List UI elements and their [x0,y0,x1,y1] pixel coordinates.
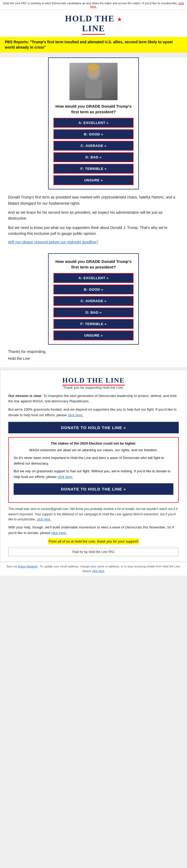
footer-tagline: Thank you for supporting Hold the Line. [8,385,179,390]
footer-grassroots: But we're 100% grassroots-funded, and we… [8,407,179,418]
stakes-title: The stakes of the 2024 Election could no… [13,441,174,445]
pbs-banner: PBS Reports: "Trump's first term insulte… [0,37,187,53]
stakes-body-2-text: But we rely on grassroots support to fue… [13,469,170,479]
highlight-text: From all of us at Hold the Line, thank y… [48,538,138,545]
body-text-3: But we need to know just what our top su… [8,225,179,237]
grade-box-1: How would you GRADE Donald Trump's first… [48,57,139,189]
bottom-bar-text1: Sent via [6,565,17,568]
top-bar: Hold the Line PAC is working to elect De… [0,0,187,10]
body-text-1: Donald Trump's first term as president w… [8,194,179,206]
grade-box-2: How would you GRADE Donald Trump's first… [48,253,139,345]
trump-photo [69,63,118,100]
top-bar-text: Hold the Line PAC is working to elect De… [3,2,177,5]
stakes-italic: MAGA extremists are dead set on attackin… [13,447,174,453]
grade-btn-unsure-1[interactable]: UNSURE » [54,175,133,185]
trump-photo-inner [69,63,118,100]
grade-btn-f-1[interactable]: F: TERRIBLE » [54,164,133,174]
footer-logo: HOLD THE LINE [8,376,179,384]
bottom-bar-text2: . To update your email address, change y… [38,565,180,573]
survey-link[interactable]: Will you please respond before our midni… [8,240,98,244]
disclaimer-line1: This email was sent to xxxxxx@gmail.com.… [8,507,177,521]
grade-btn-c-2[interactable]: C: AVERAGE » [54,296,133,306]
grade-btn-a-1[interactable]: A: EXCELLENT » [54,118,133,128]
disclaimer-donate-link[interactable]: click here. [51,531,67,535]
grade-btn-b-2[interactable]: B: GOOD » [54,284,133,294]
grade-question-1: How would you GRADE Donald Trump's first… [54,103,133,115]
closing-line1: Thanks for responding, [8,349,179,354]
footer-donate-btn-2[interactable]: DONATE TO HOLD THE LINE » [13,483,174,495]
grade-btn-f-2[interactable]: F: TERRIBLE » [54,319,133,329]
grade-btn-unsure-2[interactable]: UNSURE » [54,331,133,340]
paid-by: Paid for by Hold the Line PAC [8,548,179,556]
logo-text: HOLD THE ★ LINE [0,13,187,35]
email-disclaimer: This email was sent to xxxxxx@gmail.com.… [8,506,179,522]
grade-btn-d-2[interactable]: D: BAD » [54,308,133,317]
disclaimer-line2: With your help, though, we'll build unde… [8,525,179,536]
footer-logo-line: HOLD THE LINE [62,376,125,385]
footer-click-here-1[interactable]: click here: [68,413,83,417]
logo-line1: HOLD THE [65,13,114,23]
stakes-body-2: But we rely on grassroots support to fue… [13,469,174,480]
stakes-box: The stakes of the 2024 Election could no… [8,437,179,503]
bottom-bar: Sent via Action Network . To update your… [0,562,187,576]
header-logo: HOLD THE ★ LINE [0,10,187,37]
closing-line2: Hold the Line [8,356,179,361]
stakes-body-1: So it's never been more important to Hol… [13,455,174,466]
disclaimer-line2-text: With your help, though, we'll build unde… [8,525,174,535]
footer-section: HOLD THE LINE Thank you for supporting H… [0,370,187,562]
grade-btn-a-2[interactable]: A: EXCELLENT » [54,273,133,283]
grade-btn-c-1[interactable]: C: AVERAGE » [54,141,133,151]
footer-donate-btn-1[interactable]: DONATE TO HOLD THE LINE » [8,422,179,433]
grade-btn-d-1[interactable]: D: BAD » [54,152,133,162]
body-text-2: And as we brace for his second term as p… [8,210,179,221]
disclaimer-unsub-link[interactable]: click here. [37,518,51,521]
pbs-banner-text: PBS Reports: "Trump's first term insulte… [5,40,173,50]
logo-star: ★ [117,17,122,22]
svg-rect-1 [85,80,102,98]
bottom-bar-action-link[interactable]: Action Network [18,565,37,568]
main-content: How would you GRADE Donald Trump's first… [0,57,187,367]
bottom-bar-click-here[interactable]: click here [92,569,104,572]
footer-grassroots-text: But we're 100% grassroots-funded, and we… [8,407,177,417]
footer-logo-text: HOLD THE LINE [8,376,179,384]
grade-question-2: How would you GRADE Donald Trump's first… [54,258,133,270]
svg-rect-4 [88,66,99,69]
trump-silhouette-svg [80,64,107,99]
highlight-text-container: From all of us at Hold the Line, thank y… [8,539,179,544]
logo-line2: LINE [82,24,105,35]
stakes-click-here-2[interactable]: click here: [58,475,73,479]
grade-btn-b-1[interactable]: B: GOOD » [54,129,133,139]
footer-mission-label: Our mission is clear [8,394,41,398]
footer-mission: Our mission is clear: To champion the ne… [8,393,179,404]
